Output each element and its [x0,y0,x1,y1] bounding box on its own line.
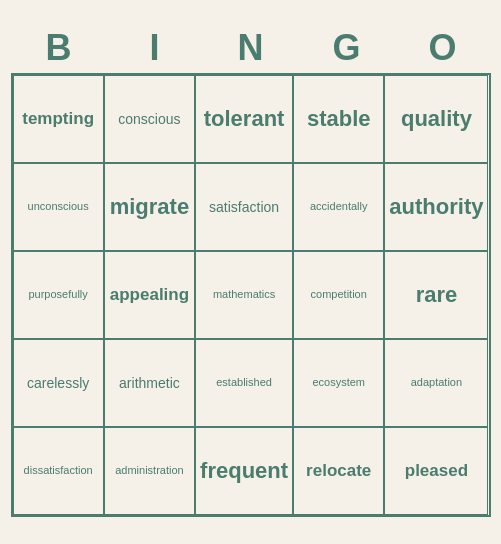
cell-text: quality [401,106,472,132]
cell-text: rare [416,282,458,308]
cell-text: dissatisfaction [24,464,93,477]
header-letter-O: O [399,27,487,69]
header-letter-I: I [111,27,199,69]
bingo-header: BINGO [11,27,491,69]
cell-text: frequent [200,458,288,484]
cell-text: migrate [110,194,189,220]
bingo-cell: administration [104,427,195,515]
bingo-cell: stable [293,75,384,163]
cell-text: ecosystem [312,376,365,389]
cell-text: arithmetic [119,375,180,392]
cell-text: stable [307,106,371,132]
bingo-cell: pleased [384,427,488,515]
bingo-cell: satisfaction [195,163,293,251]
header-letter-B: B [15,27,103,69]
cell-text: carelessly [27,375,89,392]
bingo-cell: tolerant [195,75,293,163]
bingo-cell: accidentally [293,163,384,251]
bingo-cell: purposefully [13,251,104,339]
bingo-cell: frequent [195,427,293,515]
bingo-cell: relocate [293,427,384,515]
bingo-cell: migrate [104,163,195,251]
bingo-cell: rare [384,251,488,339]
cell-text: authority [389,194,483,220]
bingo-cell: dissatisfaction [13,427,104,515]
bingo-cell: ecosystem [293,339,384,427]
header-letter-N: N [207,27,295,69]
cell-text: appealing [110,285,189,305]
cell-text: accidentally [310,200,367,213]
cell-text: conscious [118,111,180,128]
bingo-cell: adaptation [384,339,488,427]
cell-text: administration [115,464,183,477]
cell-text: pleased [405,461,468,481]
header-letter-G: G [303,27,391,69]
bingo-cell: conscious [104,75,195,163]
bingo-cell: tempting [13,75,104,163]
bingo-cell: established [195,339,293,427]
bingo-cell: appealing [104,251,195,339]
cell-text: competition [311,288,367,301]
cell-text: established [216,376,272,389]
cell-text: tempting [22,109,94,129]
bingo-grid: temptingconscioustolerantstablequalityun… [11,73,491,517]
bingo-cell: unconscious [13,163,104,251]
cell-text: mathematics [213,288,275,301]
bingo-cell: competition [293,251,384,339]
bingo-cell: arithmetic [104,339,195,427]
bingo-cell: quality [384,75,488,163]
bingo-cell: mathematics [195,251,293,339]
cell-text: satisfaction [209,199,279,216]
cell-text: tolerant [204,106,285,132]
cell-text: adaptation [411,376,462,389]
bingo-cell: authority [384,163,488,251]
bingo-card: BINGO temptingconscioustolerantstablequa… [11,27,491,517]
cell-text: relocate [306,461,371,481]
cell-text: purposefully [28,288,87,301]
bingo-cell: carelessly [13,339,104,427]
cell-text: unconscious [28,200,89,213]
